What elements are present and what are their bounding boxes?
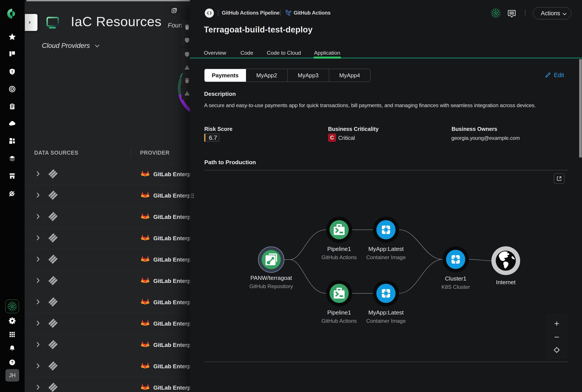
svg-text:GitHub Actions: GitHub Actions [322,318,357,324]
svg-text:Pipeline1: Pipeline1 [327,309,351,316]
svg-text:Pipeline1: Pipeline1 [327,246,351,252]
svg-text:?: ? [11,360,13,364]
svg-text:Cluster1: Cluster1 [445,275,466,282]
svg-text:MyApp:Latest: MyApp:Latest [368,246,404,252]
svg-text:PANW/terragoat: PANW/terragoat [250,274,292,281]
svg-text:Internet: Internet [496,279,516,286]
svg-text:MyApp:Latest: MyApp:Latest [368,309,404,316]
svg-text:GitHub Actions: GitHub Actions [322,254,357,260]
svg-text:Container Image: Container Image [366,318,406,324]
svg-text:K8S Cluster: K8S Cluster [442,284,470,290]
svg-text:GitHub Repository: GitHub Repository [250,283,293,289]
svg-text:Container Image: Container Image [366,254,406,260]
